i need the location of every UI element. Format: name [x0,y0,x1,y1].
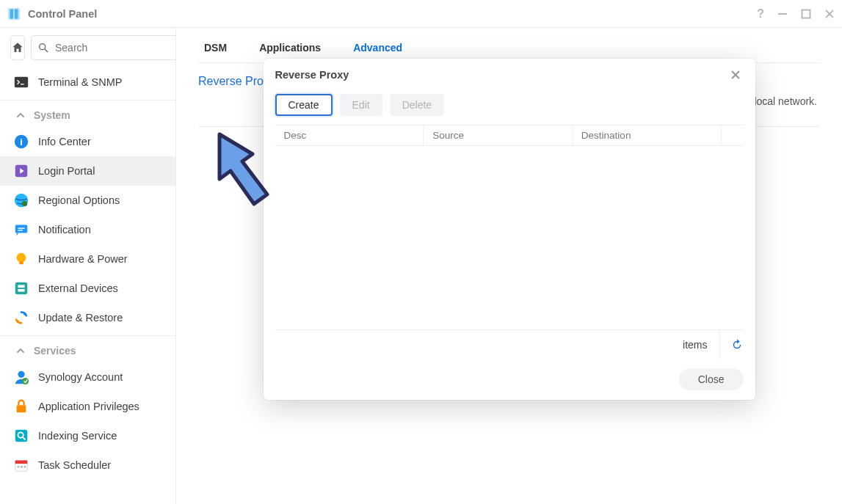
sidebar-item-label: Application Privileges [38,401,139,412]
col-destination[interactable]: Destination [573,125,722,145]
sidebar-item-info-center[interactable]: i Info Center [0,127,175,156]
status-items: items [683,339,707,351]
search-field[interactable] [54,41,176,54]
svg-rect-23 [18,289,24,292]
sidebar-item-label: Login Portal [38,165,95,177]
sidebar-item-label: External Devices [38,282,118,294]
sidebar: Terminal & SNMP System i Info Center Log… [0,28,176,504]
dialog-title: Reverse Proxy [275,69,349,81]
svg-rect-1 [10,9,14,18]
close-icon [730,70,741,80]
svg-point-24 [18,371,24,378]
terminal-icon [13,74,29,90]
dialog-close-button[interactable] [727,67,744,83]
sidebar-item-label: Task Scheduler [38,459,111,471]
svg-point-25 [22,378,29,384]
sidebar-item-label: Indexing Service [38,430,117,442]
info-icon: i [13,134,29,150]
svg-rect-21 [15,282,28,295]
home-button[interactable] [10,35,25,60]
home-icon [11,41,24,54]
col-source[interactable]: Source [424,125,573,145]
sidebar-item-label: Regional Options [38,194,120,206]
indexing-icon [13,428,29,444]
table-body [275,146,744,329]
calendar-icon [13,457,29,473]
sidebar-item-label: Hardware & Power [38,253,128,265]
sidebar-section-system[interactable]: System [0,103,175,127]
close-window-icon[interactable] [824,9,835,19]
tab-dsm[interactable]: DSM [201,32,230,62]
sidebar-item-label: Update & Restore [38,312,123,324]
reverse-proxy-dialog: Reverse Proxy Create Edit Delete Desc So… [264,59,755,400]
svg-rect-34 [24,466,26,468]
svg-rect-16 [15,225,28,233]
maximize-icon[interactable] [801,9,811,19]
table-header: Desc Source Destination [275,125,744,146]
titlebar: Control Panel ? [0,0,842,28]
sidebar-item-terminal-snmp[interactable]: Terminal & SNMP [0,67,175,97]
sidebar-item-task-scheduler[interactable]: Task Scheduler [0,450,175,480]
chevron-up-icon [13,346,28,355]
sidebar-item-external-devices[interactable]: External Devices [0,274,175,303]
close-button[interactable]: Close [679,368,744,390]
sidebar-item-application-privileges[interactable]: Application Privileges [0,392,175,421]
svg-rect-20 [19,262,23,265]
app-icon [6,6,22,22]
sidebar-item-label: Notification [38,224,91,235]
create-button[interactable]: Create [275,94,333,116]
svg-rect-9 [15,77,28,88]
account-icon [13,369,29,385]
svg-rect-2 [15,9,18,18]
svg-line-8 [45,49,48,52]
login-portal-icon [13,163,29,179]
svg-rect-0 [8,7,21,20]
bulb-icon [13,251,29,267]
globe-icon [13,192,29,208]
sidebar-item-label: Synology Account [38,371,123,383]
help-icon[interactable]: ? [757,7,764,21]
minimize-icon[interactable] [777,9,788,19]
chat-icon [13,222,29,238]
devices-icon [13,280,29,296]
window-title: Control Panel [28,8,97,20]
section-label: System [34,109,70,121]
sidebar-item-label: Terminal & SNMP [38,76,122,88]
svg-point-19 [17,253,26,263]
chevron-up-icon [13,111,28,120]
search-icon [37,42,49,54]
col-spacer [722,125,744,145]
sidebar-item-hardware-power[interactable]: Hardware & Power [0,244,175,274]
tab-advanced[interactable]: Advanced [350,32,405,62]
sidebar-item-regional-options[interactable]: Regional Options [0,186,175,215]
lock-icon [13,398,29,414]
sidebar-item-login-portal[interactable]: Login Portal [0,156,175,186]
sidebar-item-indexing-service[interactable]: Indexing Service [0,421,175,450]
svg-rect-26 [17,405,26,412]
section-label: Services [34,345,76,357]
refresh-icon [730,338,744,351]
delete-button[interactable]: Delete [390,94,444,116]
edit-button[interactable]: Edit [340,94,382,116]
search-input[interactable] [31,35,176,60]
refresh-button[interactable] [719,330,744,359]
svg-rect-27 [15,430,28,442]
sidebar-item-synology-account[interactable]: Synology Account [0,362,175,392]
sync-icon [13,310,29,326]
svg-rect-33 [21,466,23,468]
col-description[interactable]: Desc [275,125,424,145]
sidebar-item-label: Info Center [38,136,91,147]
svg-rect-22 [18,285,24,288]
svg-point-7 [40,44,46,50]
svg-rect-4 [802,10,810,18]
svg-rect-31 [15,461,28,464]
svg-point-15 [22,201,27,206]
tab-applications[interactable]: Applications [256,32,324,62]
sidebar-section-services[interactable]: Services [0,339,175,362]
sidebar-item-update-restore[interactable]: Update & Restore [0,303,175,332]
sidebar-item-notification[interactable]: Notification [0,215,175,244]
svg-text:i: i [20,136,23,147]
svg-rect-32 [18,466,20,468]
